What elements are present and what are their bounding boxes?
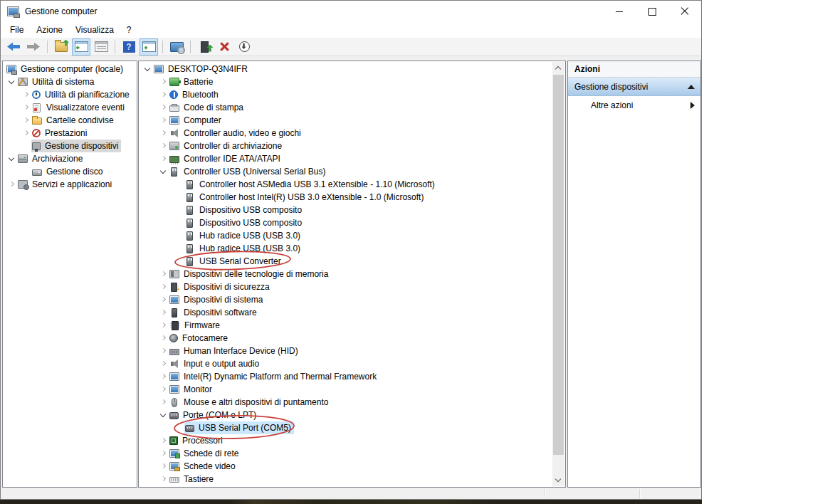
chevron-collapsed-icon[interactable] xyxy=(157,461,169,472)
chevron-collapsed-icon[interactable] xyxy=(20,102,31,113)
tree-item[interactable]: Mouse e altri dispositivi di puntamento xyxy=(139,396,565,409)
vertical-scrollbar[interactable] xyxy=(552,62,564,486)
chevron-collapsed-icon[interactable] xyxy=(157,281,169,293)
collapse-section-icon[interactable] xyxy=(688,85,695,89)
menu-azione[interactable]: Azione xyxy=(30,23,69,37)
chevron-collapsed-icon[interactable] xyxy=(20,127,31,139)
tree-item[interactable]: Dispositivi delle tecnologie di memoria xyxy=(139,268,565,280)
tree-item[interactable]: DESKTOP-Q3N4IFR xyxy=(139,63,565,75)
tree-item[interactable]: Computer xyxy=(139,114,565,127)
tree-item[interactable]: Porte (COM e LPT) xyxy=(139,409,565,421)
console-tree-toggle-button[interactable] xyxy=(72,38,90,56)
close-button[interactable] xyxy=(668,1,701,22)
chevron-collapsed-icon[interactable] xyxy=(157,332,169,344)
tree-item[interactable]: Dispositivi di sistema xyxy=(139,293,565,306)
tree-item[interactable]: Controller audio, video e giochi xyxy=(139,127,565,140)
maximize-button[interactable] xyxy=(636,1,668,22)
chevron-collapsed-icon[interactable] xyxy=(157,115,169,126)
tree-item[interactable]: Dispositivo USB composito xyxy=(139,204,565,216)
chevron-collapsed-icon[interactable] xyxy=(157,435,169,446)
properties-button[interactable] xyxy=(92,38,110,56)
chevron-collapsed-icon[interactable] xyxy=(20,89,31,100)
more-actions-item[interactable]: Altre azioni xyxy=(568,96,700,114)
tree-item[interactable]: Utilità di pianificazione xyxy=(3,88,137,101)
scroll-down-icon[interactable] xyxy=(552,474,564,486)
chevron-collapsed-icon[interactable] xyxy=(157,127,169,139)
tree-item[interactable]: Archiviazione xyxy=(3,152,137,165)
help-button[interactable] xyxy=(120,38,138,56)
update-driver-button[interactable] xyxy=(195,38,214,56)
tree-item[interactable]: Gestione computer (locale) xyxy=(3,63,137,75)
tree-item[interactable]: Cartelle condivise xyxy=(3,114,137,127)
chevron-collapsed-icon[interactable] xyxy=(157,345,169,357)
chevron-collapsed-icon[interactable] xyxy=(157,448,169,459)
tree-item[interactable]: Dispositivo USB composito xyxy=(139,216,565,229)
tree-item[interactable]: Controller di archiviazione xyxy=(139,140,565,152)
chevron-expanded-icon[interactable] xyxy=(157,409,169,421)
tree-item[interactable]: Intel(R) Dynamic Platform and Thermal Fr… xyxy=(139,370,565,383)
tree-item[interactable]: Schede di rete xyxy=(139,447,565,460)
tree-item[interactable]: Servizi e applicazioni xyxy=(3,178,137,191)
tree-item[interactable]: Prestazioni xyxy=(3,127,137,140)
menu-file[interactable]: File xyxy=(4,23,30,37)
scrollbar-thumb[interactable] xyxy=(553,75,564,455)
tree-item[interactable]: Visualizzatore eventi xyxy=(3,101,137,114)
tree-item[interactable]: Controller host Intel(R) USB 3.0 eXtensi… xyxy=(139,191,565,204)
tree-item[interactable]: Firmware xyxy=(139,319,565,332)
tree-item[interactable]: Hub radice USB (USB 3.0) xyxy=(139,229,565,242)
scan-hardware-button[interactable] xyxy=(167,38,186,56)
chevron-collapsed-icon[interactable] xyxy=(157,397,169,408)
minimize-button[interactable] xyxy=(603,1,636,22)
tree-item[interactable]: Code di stampa xyxy=(139,101,565,114)
chevron-collapsed-icon[interactable] xyxy=(20,115,31,126)
tree-item[interactable]: Batterie xyxy=(139,75,565,88)
action-pane-toggle-button[interactable] xyxy=(140,38,158,56)
chevron-collapsed-icon[interactable] xyxy=(157,76,169,88)
chevron-collapsed-icon[interactable] xyxy=(157,358,169,369)
folder-button[interactable] xyxy=(52,38,70,56)
tree-item[interactable]: Schede video xyxy=(139,460,565,473)
chevron-collapsed-icon[interactable] xyxy=(157,320,169,331)
tree-item[interactable]: Dispositivi software xyxy=(139,306,565,319)
back-button[interactable] xyxy=(4,38,23,56)
tree-item[interactable]: Gestione dispositivi xyxy=(3,140,137,152)
tree-item[interactable]: Fotocamere xyxy=(139,332,565,345)
chevron-collapsed-icon[interactable] xyxy=(157,307,169,318)
chevron-expanded-icon[interactable] xyxy=(6,153,17,164)
tree-item[interactable]: Controller host ASMedia USB 3.1 eXtensib… xyxy=(139,178,565,191)
chevron-collapsed-icon[interactable] xyxy=(157,268,169,280)
chevron-collapsed-icon[interactable] xyxy=(157,153,169,164)
tree-item[interactable]: Processori xyxy=(139,434,565,447)
tree-item[interactable]: Controller IDE ATA/ATAPI xyxy=(139,152,565,165)
forward-button[interactable] xyxy=(24,38,43,56)
chevron-collapsed-icon[interactable] xyxy=(157,294,169,305)
chevron-collapsed-icon[interactable] xyxy=(157,371,169,382)
tree-item[interactable]: Bluetooth xyxy=(139,88,565,101)
tree-item[interactable]: USB Serial Converter xyxy=(139,255,565,268)
scroll-up-icon[interactable] xyxy=(552,62,564,74)
chevron-collapsed-icon[interactable] xyxy=(157,140,169,152)
disable-device-button[interactable] xyxy=(235,38,253,56)
menu-?[interactable]: ? xyxy=(120,23,138,37)
menu-visualizza[interactable]: Visualizza xyxy=(69,23,120,37)
actions-section-header[interactable]: Gestione dispositivi xyxy=(568,78,700,96)
chevron-collapsed-icon[interactable] xyxy=(157,473,169,485)
chevron-collapsed-icon[interactable] xyxy=(157,89,169,100)
tree-item[interactable]: USB Serial Port (COM5) xyxy=(139,421,565,434)
chevron-collapsed-icon[interactable] xyxy=(157,384,169,395)
tree-item[interactable]: Human Interface Device (HID) xyxy=(139,345,565,357)
chevron-expanded-icon[interactable] xyxy=(142,63,153,75)
tree-item[interactable]: Tastiere xyxy=(139,473,565,485)
tree-item[interactable]: Hub radice USB (USB 3.0) xyxy=(139,242,565,255)
uninstall-device-button[interactable] xyxy=(215,38,233,56)
tree-item[interactable]: Input e output audio xyxy=(139,357,565,370)
chevron-collapsed-icon[interactable] xyxy=(157,102,169,113)
tree-item[interactable]: Dispositivi di sicurezza xyxy=(139,280,565,293)
tree-item[interactable]: Controller USB (Universal Serial Bus) xyxy=(139,165,565,178)
tree-item[interactable]: Monitor xyxy=(139,383,565,396)
chevron-expanded-icon[interactable] xyxy=(157,166,169,177)
tree-item[interactable]: Gestione disco xyxy=(3,165,137,178)
tree-item[interactable]: Utilità di sistema xyxy=(3,75,137,88)
chevron-expanded-icon[interactable] xyxy=(6,76,17,88)
chevron-collapsed-icon[interactable] xyxy=(6,179,17,190)
